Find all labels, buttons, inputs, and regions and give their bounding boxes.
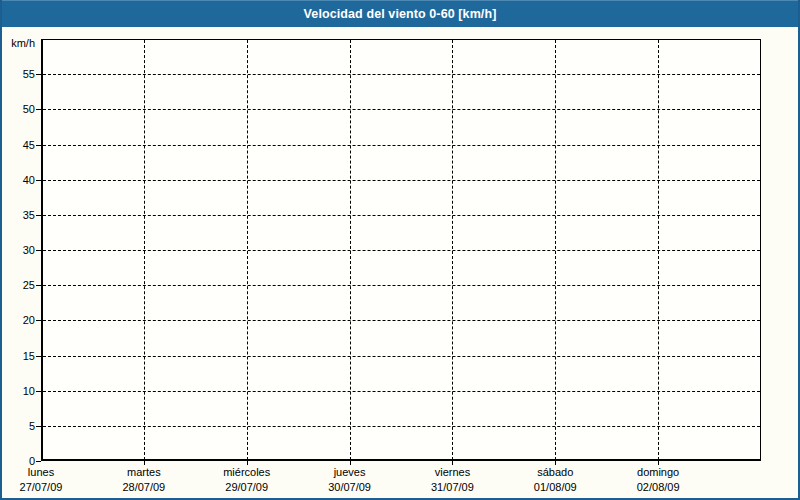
chart-title: Velocidad del viento 0-60 [km/h] [304, 7, 497, 21]
x-tick-mark [350, 461, 351, 465]
y-tick-mark [36, 461, 41, 462]
x-tick-mark [144, 461, 145, 465]
y-tick-label: 5 [0, 420, 35, 432]
v-gridline [658, 40, 659, 460]
x-tick-mark [555, 461, 556, 465]
y-tick-label: 40 [0, 174, 35, 186]
chart-title-bar: Velocidad del viento 0-60 [km/h] [0, 0, 800, 27]
x-axis-date-label: 02/08/09 [598, 481, 718, 493]
h-gridline [43, 145, 760, 146]
x-tick-mark [658, 461, 659, 465]
y-tick-mark [36, 109, 41, 110]
h-gridline [43, 109, 760, 110]
y-tick-mark [36, 320, 41, 321]
h-gridline [43, 391, 760, 392]
h-gridline [43, 285, 760, 286]
x-tick-mark [247, 461, 248, 465]
y-tick-label: 50 [0, 103, 35, 115]
y-tick-label: 10 [0, 385, 35, 397]
y-tick-label: 30 [0, 244, 35, 256]
y-tick-mark [36, 356, 41, 357]
y-tick-mark [36, 285, 41, 286]
y-tick-mark [36, 426, 41, 427]
v-gridline [555, 40, 556, 460]
y-tick-mark [36, 180, 41, 181]
y-tick-mark [36, 250, 41, 251]
h-gridline [43, 250, 760, 251]
h-gridline [43, 215, 760, 216]
x-axis-day-label: domingo [598, 466, 718, 478]
y-tick-mark [36, 215, 41, 216]
y-axis-unit-label: km/h [0, 37, 35, 49]
x-tick-mark [452, 461, 453, 465]
v-gridline [350, 40, 351, 460]
h-gridline [43, 320, 760, 321]
h-gridline [43, 74, 760, 75]
y-tick-label: 20 [0, 314, 35, 326]
y-tick-label: 15 [0, 350, 35, 362]
y-tick-label: 55 [0, 68, 35, 80]
y-tick-mark [36, 391, 41, 392]
v-gridline [247, 40, 248, 460]
y-tick-mark [36, 74, 41, 75]
h-gridline [43, 180, 760, 181]
y-tick-label: 35 [0, 209, 35, 221]
y-tick-label: 45 [0, 139, 35, 151]
wind-speed-chart-window: Velocidad del viento 0-60 [km/h] km/h 05… [0, 0, 800, 500]
h-gridline [43, 356, 760, 357]
h-gridline [43, 426, 760, 427]
y-tick-mark [36, 145, 41, 146]
y-tick-label: 25 [0, 279, 35, 291]
v-gridline [452, 40, 453, 460]
v-gridline [144, 40, 145, 460]
